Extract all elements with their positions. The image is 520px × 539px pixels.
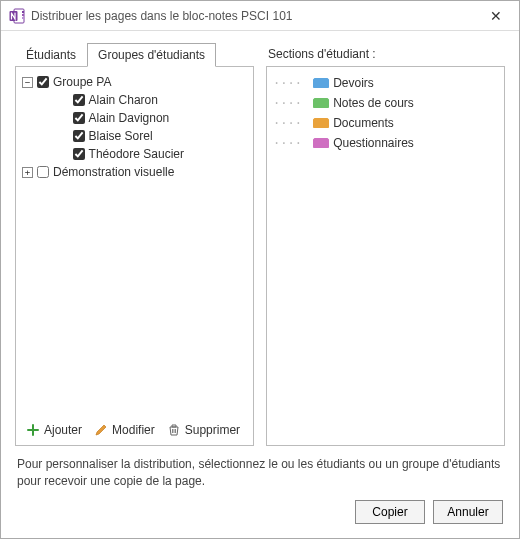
onenote-icon [9, 8, 25, 24]
student-checkbox[interactable] [73, 148, 85, 160]
student-label: Blaise Sorel [89, 127, 153, 145]
tab-student-groups[interactable]: Groupes d'étudiants [87, 43, 216, 67]
group-checkbox[interactable] [37, 76, 49, 88]
section-tab-icon [313, 138, 329, 148]
svg-rect-1 [22, 11, 24, 13]
student-label: Théodore Saucier [89, 145, 184, 163]
tree-group[interactable]: − Groupe PA [22, 73, 247, 91]
group-checkbox[interactable] [37, 166, 49, 178]
student-checkbox[interactable] [73, 130, 85, 142]
edit-button[interactable]: Modifier [94, 423, 155, 437]
expander-icon[interactable]: + [22, 167, 33, 178]
dialog-window: Distribuer les pages dans le bloc-notes … [0, 0, 520, 539]
dialog-buttons: Copier Annuler [15, 500, 505, 526]
group-label: Groupe PA [53, 73, 111, 91]
delete-button[interactable]: Supprimer [167, 423, 240, 437]
section-label: Devoirs [333, 73, 374, 93]
edit-label: Modifier [112, 423, 155, 437]
delete-label: Supprimer [185, 423, 240, 437]
section-label: Notes de cours [333, 93, 414, 113]
section-label: Questionnaires [333, 133, 414, 153]
section-item[interactable]: ···· Devoirs [273, 73, 498, 93]
section-item[interactable]: ···· Documents [273, 113, 498, 133]
plus-icon [26, 423, 40, 437]
student-label: Alain Davignon [89, 109, 170, 127]
help-text: Pour personnaliser la distribution, séle… [15, 446, 505, 500]
cancel-button[interactable]: Annuler [433, 500, 503, 524]
svg-rect-3 [22, 17, 24, 19]
tab-strip: Étudiants Groupes d'étudiants [15, 41, 254, 67]
svg-rect-2 [22, 14, 24, 16]
pencil-icon [94, 423, 108, 437]
students-panel: Étudiants Groupes d'étudiants − Groupe P… [15, 41, 254, 446]
section-item[interactable]: ···· Questionnaires [273, 133, 498, 153]
tree-student[interactable]: Blaise Sorel [22, 127, 247, 145]
section-label: Documents [333, 113, 394, 133]
section-tab-icon [313, 118, 329, 128]
add-button[interactable]: Ajouter [26, 423, 82, 437]
tree-student[interactable]: Alain Charon [22, 91, 247, 109]
copy-button[interactable]: Copier [355, 500, 425, 524]
group-label: Démonstration visuelle [53, 163, 174, 181]
student-checkbox[interactable] [73, 112, 85, 124]
sections-list[interactable]: ···· Devoirs ···· Notes de cours ···· [266, 66, 505, 446]
add-label: Ajouter [44, 423, 82, 437]
window-title: Distribuer les pages dans le bloc-notes … [31, 9, 481, 23]
section-tab-icon [313, 78, 329, 88]
tree-student[interactable]: Théodore Saucier [22, 145, 247, 163]
tree-student[interactable]: Alain Davignon [22, 109, 247, 127]
tab-students[interactable]: Étudiants [15, 43, 87, 67]
student-label: Alain Charon [89, 91, 158, 109]
groups-tree[interactable]: − Groupe PA Alain Charon [15, 66, 254, 446]
close-button[interactable]: ✕ [481, 8, 511, 24]
section-tab-icon [313, 98, 329, 108]
section-item[interactable]: ···· Notes de cours [273, 93, 498, 113]
expander-icon[interactable]: − [22, 77, 33, 88]
sections-heading: Sections d'étudiant : [266, 41, 505, 67]
titlebar: Distribuer les pages dans le bloc-notes … [1, 1, 519, 31]
tree-group[interactable]: + Démonstration visuelle [22, 163, 247, 181]
group-toolbar: Ajouter Modifier Supprimer [22, 417, 247, 439]
sections-panel: Sections d'étudiant : ···· Devoirs ···· … [266, 41, 505, 446]
student-checkbox[interactable] [73, 94, 85, 106]
dialog-content: Étudiants Groupes d'étudiants − Groupe P… [1, 31, 519, 538]
trash-icon [167, 423, 181, 437]
